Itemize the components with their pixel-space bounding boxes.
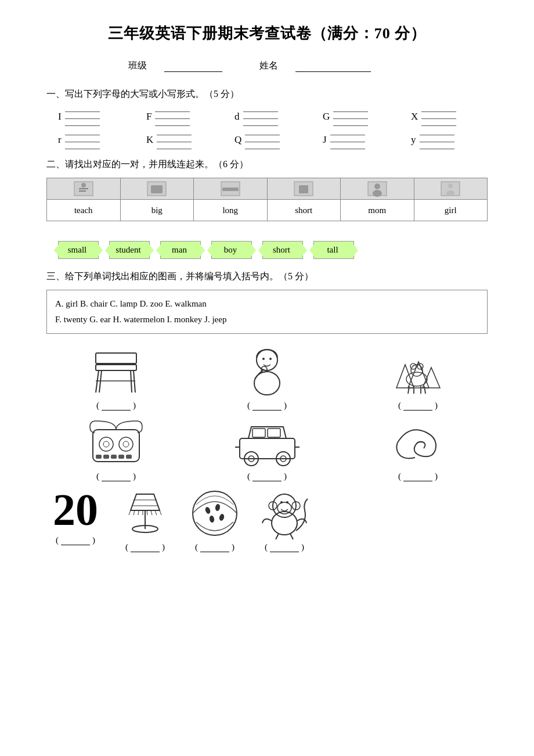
girl-image bbox=[232, 345, 302, 398]
lines-block bbox=[65, 107, 100, 126]
svg-point-40 bbox=[99, 437, 113, 451]
vocab-box: A. girl B. chair C. lamp D. zoo E. walkm… bbox=[46, 290, 488, 334]
teacher-icon bbox=[73, 181, 94, 197]
section2: 二、请找出对应的一对，并用线连起来。（6 分） bbox=[46, 159, 488, 259]
blank-line-9: ( ) bbox=[195, 542, 234, 552]
jeep-svg bbox=[234, 418, 301, 467]
svg-marker-29 bbox=[408, 362, 429, 388]
match-pic-1 bbox=[47, 178, 121, 199]
match-word-girl: girl bbox=[414, 200, 488, 221]
blank-line-7: ( ) bbox=[56, 535, 95, 545]
blank-line-2: ( ) bbox=[247, 400, 287, 411]
svg-point-41 bbox=[103, 441, 109, 447]
img-item-walkman: ( ) bbox=[46, 416, 186, 481]
svg-line-83 bbox=[276, 534, 279, 539]
match-table: teach big long short mom girl bbox=[46, 178, 488, 221]
letter-cell-r: r bbox=[58, 131, 135, 149]
lines-block bbox=[243, 107, 278, 126]
svg-point-74 bbox=[209, 515, 215, 523]
svg-point-11 bbox=[374, 183, 380, 189]
letter-cell-K: K bbox=[146, 131, 223, 149]
long-icon bbox=[220, 181, 241, 197]
sticky-tag-short2: short bbox=[262, 241, 303, 259]
watermelon-image bbox=[186, 487, 244, 539]
svg-line-21 bbox=[131, 370, 132, 393]
svg-point-15 bbox=[446, 190, 454, 196]
lines-block bbox=[157, 131, 192, 149]
letter-cell-G: G bbox=[323, 107, 399, 126]
svg-rect-17 bbox=[96, 353, 136, 363]
lines-block bbox=[155, 107, 190, 126]
svg-point-25 bbox=[269, 358, 272, 360]
svg-line-68 bbox=[151, 510, 152, 515]
letter-cell-I: I bbox=[58, 107, 135, 126]
chair-image bbox=[81, 345, 151, 398]
svg-rect-9 bbox=[299, 185, 308, 193]
svg-rect-51 bbox=[268, 429, 280, 437]
svg-line-84 bbox=[290, 534, 293, 539]
svg-point-75 bbox=[219, 513, 225, 521]
blank-line-5: ( ) bbox=[247, 471, 287, 481]
match-pic-6 bbox=[414, 178, 488, 199]
match-word-mom: mom bbox=[341, 200, 414, 221]
svg-line-64 bbox=[134, 510, 135, 515]
blank-line-8: ( ) bbox=[125, 542, 165, 552]
lines-block bbox=[65, 131, 100, 149]
match-word-teach: teach bbox=[47, 200, 121, 221]
girl-icon bbox=[440, 181, 461, 197]
match-words-row: teach big long short mom girl bbox=[47, 200, 487, 221]
lines-block bbox=[330, 131, 365, 149]
walkman-svg bbox=[84, 418, 148, 467]
match-pic-4 bbox=[268, 178, 341, 199]
img-item-chair: ( ) bbox=[46, 345, 186, 411]
svg-point-31 bbox=[406, 372, 427, 386]
match-word-long: long bbox=[194, 200, 268, 221]
svg-point-82 bbox=[286, 501, 288, 503]
svg-point-24 bbox=[262, 358, 265, 360]
letter-cell-X: X bbox=[411, 107, 488, 126]
name-label: 姓名 bbox=[259, 60, 388, 72]
match-pic-3 bbox=[194, 178, 268, 199]
svg-rect-48 bbox=[126, 455, 132, 459]
blank-line-1: ( ) bbox=[96, 400, 136, 411]
section3: 三、给下列单词找出相应的图画，并将编号填入括号内。（5 分） A. girl B… bbox=[46, 271, 488, 552]
item-lamp: ( ) bbox=[116, 487, 174, 552]
img-item-girl: ( ) bbox=[197, 345, 337, 411]
image-grid-row2: ( ) bbox=[46, 416, 488, 481]
svg-point-42 bbox=[119, 437, 133, 451]
svg-rect-50 bbox=[252, 429, 265, 437]
svg-rect-46 bbox=[111, 455, 117, 459]
monkey-image bbox=[255, 487, 313, 539]
svg-rect-49 bbox=[240, 438, 295, 459]
svg-line-65 bbox=[138, 510, 139, 515]
match-pic-2 bbox=[121, 178, 194, 199]
section1-row1: I F d G bbox=[58, 107, 488, 126]
vocab-line2: F. twenty G. ear H. watermelon I. monkey… bbox=[55, 312, 479, 327]
twenty-number: 20 bbox=[46, 487, 104, 532]
vocab-line1: A. girl B. chair C. lamp D. zoo E. walkm… bbox=[55, 296, 479, 312]
girl-thinking-svg bbox=[235, 347, 299, 397]
svg-point-76 bbox=[272, 512, 297, 535]
item-monkey: ( ) bbox=[255, 487, 313, 552]
svg-line-67 bbox=[147, 510, 147, 515]
lines-block bbox=[420, 131, 454, 149]
match-pic-5 bbox=[341, 178, 414, 199]
svg-line-19 bbox=[134, 370, 135, 393]
svg-line-63 bbox=[129, 510, 131, 515]
svg-rect-45 bbox=[103, 455, 109, 459]
section2-title: 二、请找出对应的一对，并用线连起来。（6 分） bbox=[46, 159, 488, 171]
svg-point-33 bbox=[410, 363, 416, 369]
img-item-zoo: ( ) bbox=[348, 345, 488, 411]
svg-rect-16 bbox=[96, 365, 136, 370]
svg-point-73 bbox=[215, 503, 221, 511]
svg-rect-47 bbox=[118, 455, 124, 459]
match-word-short: short bbox=[268, 200, 341, 221]
class-label: 班级 bbox=[128, 60, 240, 72]
section1-title: 一、写出下列字母的大写或小写形式。（5 分） bbox=[46, 88, 488, 100]
image-grid-row1: ( ) bbox=[46, 345, 488, 411]
sticky-tag-small: small bbox=[58, 241, 99, 259]
mom-icon bbox=[367, 181, 388, 197]
blank-line-10: ( ) bbox=[265, 542, 304, 552]
svg-point-12 bbox=[373, 190, 382, 197]
svg-point-71 bbox=[193, 491, 237, 535]
